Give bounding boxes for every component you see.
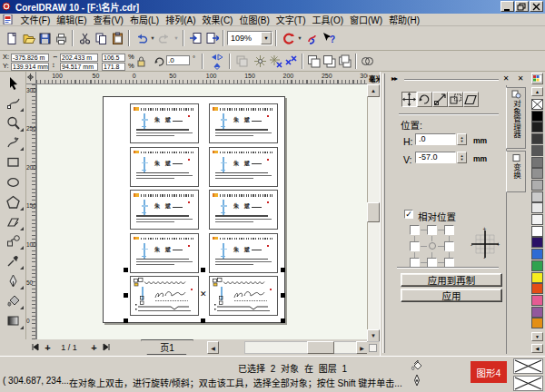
restore-button[interactable]	[515, 1, 529, 12]
freehand-tool[interactable]	[2, 133, 25, 152]
transform-rotate-button[interactable]	[417, 92, 432, 107]
group-button[interactable]	[253, 54, 268, 69]
menu-10[interactable]: 帮助(H)	[386, 13, 423, 26]
menu-7[interactable]: 文字(T)	[272, 13, 309, 26]
menu-1[interactable]: 编辑(E)	[54, 13, 90, 26]
scale-y-field[interactable]: 171.8	[102, 63, 125, 71]
palette-swatch-9[interactable]	[531, 202, 543, 213]
ruler-origin[interactable]	[26, 72, 36, 84]
selected-card[interactable]	[209, 276, 278, 316]
height-field[interactable]: 94.517 mm	[60, 63, 98, 71]
v-value-field[interactable]: -57.0	[415, 152, 456, 163]
tab-object-manager[interactable]: 对象管理器	[506, 87, 526, 149]
transform-size-button[interactable]	[448, 92, 463, 107]
selection-handle[interactable]	[281, 293, 285, 298]
first-page-button[interactable]	[29, 341, 41, 353]
selection-handle[interactable]	[124, 318, 128, 323]
scale-x-field[interactable]: 106.5	[102, 54, 125, 62]
h-spinner[interactable]: ▲▼	[457, 133, 467, 145]
selected-card[interactable]	[130, 276, 199, 316]
undo-dropdown[interactable]: ▼	[149, 30, 156, 46]
mirror-horizontal-button[interactable]	[210, 53, 224, 62]
zoom-combobox[interactable]: 109%▼	[227, 31, 272, 45]
import-button[interactable]	[187, 29, 203, 47]
outline-tool[interactable]	[2, 272, 25, 290]
save-button[interactable]	[36, 29, 53, 47]
docker-collapse-icon[interactable]: ▸▸	[391, 74, 397, 83]
palette-swatch-14[interactable]	[531, 260, 543, 271]
palette-swatch-13[interactable]	[531, 249, 543, 260]
palette-swatch-1[interactable]	[531, 111, 543, 122]
whats-this-button[interactable]: ?	[320, 29, 336, 47]
h-value-field[interactable]: .0	[415, 133, 456, 145]
v-spinner[interactable]: ▲▼	[457, 152, 467, 163]
export-button[interactable]	[203, 29, 220, 47]
add-page-before-button[interactable]: +	[42, 341, 54, 353]
selection-handle[interactable]	[281, 318, 285, 323]
transform-scale-button[interactable]	[432, 92, 448, 107]
apply-to-duplicate-button[interactable]: 应用到再制	[401, 273, 502, 287]
launcher-dropdown[interactable]: ▼	[296, 30, 303, 46]
order-button[interactable]	[337, 54, 352, 69]
palette-expand-button[interactable]: ◀	[531, 344, 543, 353]
palette-swatch-11[interactable]	[531, 226, 543, 237]
menu-6[interactable]: 位图(B)	[236, 13, 272, 26]
apply-button[interactable]: 应用	[401, 289, 502, 302]
selection-center-mark[interactable]: ✕	[200, 290, 207, 298]
interactive-fill-tool[interactable]	[2, 312, 25, 330]
palette-options-button[interactable]	[531, 73, 543, 84]
minimize-button[interactable]	[500, 1, 514, 12]
palette-swatch-17[interactable]	[531, 295, 543, 306]
selection-handle[interactable]	[201, 268, 205, 272]
close-button[interactable]	[530, 1, 543, 12]
last-page-button[interactable]	[101, 341, 113, 353]
palette-swatch-4[interactable]	[531, 145, 543, 156]
palette-swatch-15[interactable]	[531, 272, 543, 283]
anchor-0-0[interactable]	[410, 225, 420, 235]
anchor-1-0[interactable]	[410, 241, 420, 251]
selection-handle[interactable]	[281, 268, 285, 272]
new-button[interactable]	[4, 29, 20, 47]
palette-swatch-8[interactable]	[531, 191, 543, 202]
palette-swatch-6[interactable]	[531, 168, 543, 179]
undo-button[interactable]	[133, 29, 149, 47]
vertical-scrollbar[interactable]: ▲ ▼	[367, 84, 380, 342]
palette-swatch-18[interactable]	[531, 307, 543, 318]
anchor-1-2[interactable]	[444, 241, 454, 251]
redo-dropdown[interactable]: ▼	[173, 30, 180, 46]
width-field[interactable]: 202.433 m	[60, 54, 98, 62]
palette-swatch-2[interactable]	[531, 122, 543, 132]
tab-transform[interactable]: 变换	[506, 151, 526, 192]
anchor-center[interactable]	[429, 242, 436, 250]
ungroup-all-button[interactable]	[283, 54, 299, 69]
open-button[interactable]	[20, 29, 36, 47]
shape-tool[interactable]	[2, 94, 25, 113]
drawing-canvas[interactable]: 朱 斌朱 斌朱 斌朱 斌朱 斌朱 斌朱 斌朱 斌 ✕	[36, 84, 367, 339]
selection-handle[interactable]	[124, 293, 128, 298]
palette-swatch-7[interactable]	[531, 180, 543, 191]
to-front-button[interactable]	[306, 54, 322, 69]
palette-swatch-5[interactable]	[531, 157, 543, 168]
palette-scroll-up-button[interactable]: ▲	[531, 87, 543, 96]
cut-button[interactable]	[76, 29, 93, 47]
palette-swatch-16[interactable]	[531, 283, 543, 294]
anchor-0-1[interactable]	[427, 225, 437, 235]
docker-grip[interactable]	[382, 74, 385, 353]
transform-move-button[interactable]	[401, 92, 417, 107]
pick-tool[interactable]	[2, 74, 25, 93]
transform-skew-button[interactable]	[463, 92, 479, 107]
menu-2[interactable]: 查看(V)	[90, 13, 126, 26]
menu-3[interactable]: 布局(L)	[126, 13, 162, 26]
rotation-field[interactable]: .0	[166, 55, 190, 65]
paste-button[interactable]	[109, 29, 125, 47]
menu-0[interactable]: 文件(F)	[17, 13, 54, 26]
rectangle-tool[interactable]	[2, 153, 25, 172]
page-tab[interactable]: 页1	[141, 339, 193, 355]
ellipse-tool[interactable]	[2, 173, 25, 191]
zoom-dropdown[interactable]: ▼	[261, 32, 272, 44]
palette-scroll-down-button[interactable]: ▼	[531, 332, 543, 341]
menu-4[interactable]: 排列(A)	[163, 13, 199, 26]
corel-community-button[interactable]	[303, 29, 320, 47]
redo-button[interactable]	[156, 29, 173, 47]
app-launcher-button[interactable]	[280, 29, 296, 47]
